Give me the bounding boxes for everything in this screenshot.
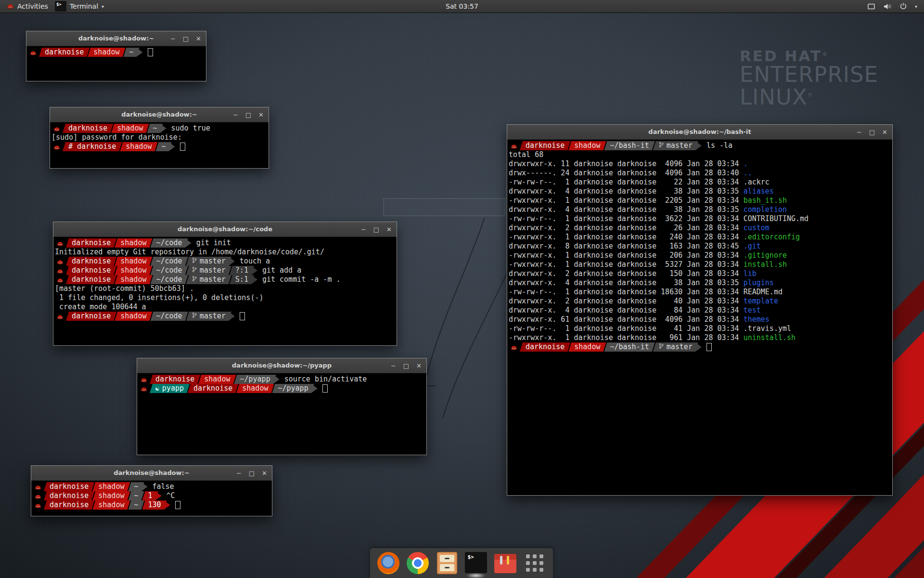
terminal-content[interactable]: darknoiseshadow~/codegit initInitialized… bbox=[53, 237, 397, 321]
minimize-button[interactable]: − bbox=[391, 363, 396, 369]
firefox-icon bbox=[377, 552, 399, 574]
window-titlebar[interactable]: darknoise@shadow:~/bash-it−□✕ bbox=[507, 125, 892, 140]
minimize-button[interactable]: − bbox=[233, 112, 238, 118]
terminal-line: darknoiseshadow~1^C bbox=[33, 491, 272, 500]
close-button[interactable]: ✕ bbox=[262, 470, 267, 476]
terminal-line: darknoiseshadow~sudo true bbox=[51, 124, 269, 133]
directory-name: aliases bbox=[744, 187, 774, 196]
directory-name: themes bbox=[744, 315, 770, 324]
prompt-segment-path: ~/code bbox=[150, 257, 188, 266]
terminal-line: drwxrwxr-x. 2 darknoise darknoise 150 Ja… bbox=[509, 269, 892, 278]
close-button[interactable]: ✕ bbox=[196, 36, 201, 42]
prompt-segment-host: shadow bbox=[88, 48, 125, 57]
close-button[interactable]: ✕ bbox=[258, 112, 264, 118]
terminal-line: darknoiseshadow~/bash-itmaster bbox=[509, 342, 892, 352]
output-text: -rw-rw-r--. 1 darknoise darknoise 41 Jan… bbox=[509, 324, 791, 333]
show-applications-button[interactable] bbox=[524, 552, 546, 574]
terminal-cursor bbox=[240, 312, 245, 320]
window-titlebar[interactable]: darknoise@shadow:~−□✕ bbox=[31, 466, 272, 481]
powerline-arrow bbox=[169, 142, 175, 151]
redhat-prompt-icon bbox=[33, 500, 43, 510]
clock-label[interactable]: Sat 03:57 bbox=[446, 2, 478, 10]
powerline-arrow bbox=[251, 275, 257, 284]
maximize-button[interactable]: □ bbox=[183, 36, 189, 42]
prompt-segment-git: master bbox=[186, 266, 231, 275]
terminal-line: drwxrwxr-x. 2 darknoise darknoise 40 Jan… bbox=[509, 297, 892, 306]
executable-name: .gitignore bbox=[744, 251, 787, 260]
powerline-arrow bbox=[229, 257, 235, 266]
output-text: -rwxrwxr-x. 1 darknoise darknoise 2205 J… bbox=[509, 196, 744, 205]
maximize-button[interactable]: □ bbox=[869, 129, 875, 135]
minimize-button[interactable]: − bbox=[361, 226, 366, 233]
window-titlebar[interactable]: darknoise@shadow:~/pyapp−□✕ bbox=[137, 358, 426, 373]
prompt-segment-host: shadow bbox=[115, 257, 152, 266]
minimize-button[interactable]: − bbox=[170, 36, 176, 42]
terminal-content[interactable]: darknoiseshadow~falsedarknoiseshadow~1^C… bbox=[31, 481, 272, 510]
output-text: drwxrwxr-x. 2 darknoise darknoise 150 Ja… bbox=[509, 269, 744, 278]
prompt-segment-host: shadow bbox=[111, 124, 149, 133]
terminal-app-icon: $> bbox=[55, 1, 66, 12]
activities-button[interactable]: Activities bbox=[0, 0, 55, 13]
terminal-content[interactable]: darknoiseshadow~/pyappsource bin/activat… bbox=[137, 373, 426, 393]
output-text: -rwxrwxr-x. 1 darknoise darknoise 206 Ja… bbox=[509, 251, 744, 260]
terminal-content[interactable]: darknoiseshadow~ bbox=[26, 46, 206, 57]
prompt-segment-user: darknoise bbox=[66, 275, 116, 284]
python-icon: ☯ bbox=[155, 385, 159, 392]
terminal-line: darknoiseshadow~false bbox=[33, 482, 272, 491]
window-switcher-icon bbox=[867, 3, 875, 10]
terminal-line: create mode 100644 a bbox=[55, 302, 397, 312]
prompt-segment-path: ~/code bbox=[150, 312, 188, 321]
window-titlebar[interactable]: darknoise@shadow:~−□✕ bbox=[50, 107, 269, 122]
terminal-line: -rwxrwxr-x. 1 darknoise darknoise 2205 J… bbox=[509, 196, 892, 205]
terminal-window-bash-it: darknoise@shadow:~/bash-it−□✕darknoisesh… bbox=[507, 124, 893, 496]
dock-firefox[interactable] bbox=[377, 552, 399, 574]
output-text: drwxrwxr-x. 4 darknoise darknoise 38 Jan… bbox=[509, 278, 744, 287]
redhat-prompt-icon bbox=[51, 142, 62, 151]
terminal-line: -rw-rw-r--. 1 darknoise darknoise 3622 J… bbox=[509, 214, 892, 223]
app-menu-terminal[interactable]: $> Terminal ▾ bbox=[55, 0, 110, 13]
terminal-content[interactable]: darknoiseshadow~/bash-itmasterls -latota… bbox=[507, 140, 892, 352]
maximize-button[interactable]: □ bbox=[403, 363, 409, 369]
prompt-segment-path: ~/code bbox=[150, 266, 188, 275]
minimize-button[interactable]: − bbox=[236, 470, 242, 476]
close-button[interactable]: ✕ bbox=[416, 363, 422, 369]
close-button[interactable]: ✕ bbox=[882, 129, 887, 135]
prompt-segment-user: darknoise bbox=[150, 375, 200, 384]
directory-name: lib bbox=[744, 269, 757, 278]
output-text: -rwxrwxr-x. 1 darknoise darknoise 961 Ja… bbox=[509, 333, 744, 342]
output-text: drwxrwxr-x. 4 darknoise darknoise 38 Jan… bbox=[509, 187, 744, 196]
prompt-segment-git: master bbox=[653, 141, 698, 150]
dock-terminal[interactable]: $> bbox=[465, 552, 487, 574]
prompt-segment-host: shadow bbox=[568, 342, 606, 352]
minimize-button[interactable]: − bbox=[857, 129, 862, 135]
terminal-cursor bbox=[322, 384, 328, 393]
terminal-line: -rw-rw-r--. 1 darknoise darknoise 22 Jan… bbox=[509, 178, 892, 187]
prompt-segment-user: darknoise bbox=[44, 500, 94, 510]
prompt-segment-git: master bbox=[186, 275, 231, 284]
window-titlebar[interactable]: darknoise@shadow:~−□✕ bbox=[26, 31, 206, 46]
output-text: -rw-rw-r--. 1 darknoise darknoise 18630 … bbox=[509, 288, 783, 296]
powerline-arrow bbox=[229, 312, 235, 321]
terminal-cursor bbox=[175, 501, 180, 509]
redhat-prompt-icon bbox=[55, 312, 65, 321]
terminal-line: darknoiseshadow~/codemastertouch a bbox=[55, 257, 397, 266]
dock-chrome[interactable] bbox=[407, 552, 429, 574]
prompt-segment-path: ~/bash-it bbox=[604, 342, 654, 352]
terminal-line: # darknoiseshadow~ bbox=[51, 142, 269, 151]
maximize-button[interactable]: □ bbox=[249, 470, 255, 476]
terminal-line: -rwxrwxr-x. 1 darknoise darknoise 961 Ja… bbox=[509, 333, 892, 342]
window-titlebar[interactable]: darknoise@shadow:~/code−□✕ bbox=[53, 222, 397, 237]
terminal-content[interactable]: darknoiseshadow~sudo true[sudo] password… bbox=[50, 122, 269, 151]
prompt-segment-host: shadow bbox=[92, 500, 130, 510]
system-status-area[interactable]: ▾ bbox=[867, 0, 924, 13]
close-button[interactable]: ✕ bbox=[386, 226, 392, 233]
powerline-arrow bbox=[141, 482, 148, 491]
dock-files[interactable] bbox=[436, 552, 458, 574]
prompt-segment-path: ~/pyapp bbox=[272, 384, 314, 393]
maximize-button[interactable]: □ bbox=[373, 226, 379, 233]
prompt-segment-path: ~ bbox=[128, 491, 144, 500]
executable-name: bash_it.sh bbox=[744, 196, 787, 205]
window-title: darknoise@shadow:~/pyapp bbox=[137, 358, 426, 373]
dock-toolbox[interactable] bbox=[494, 552, 516, 574]
maximize-button[interactable]: □ bbox=[245, 112, 251, 118]
